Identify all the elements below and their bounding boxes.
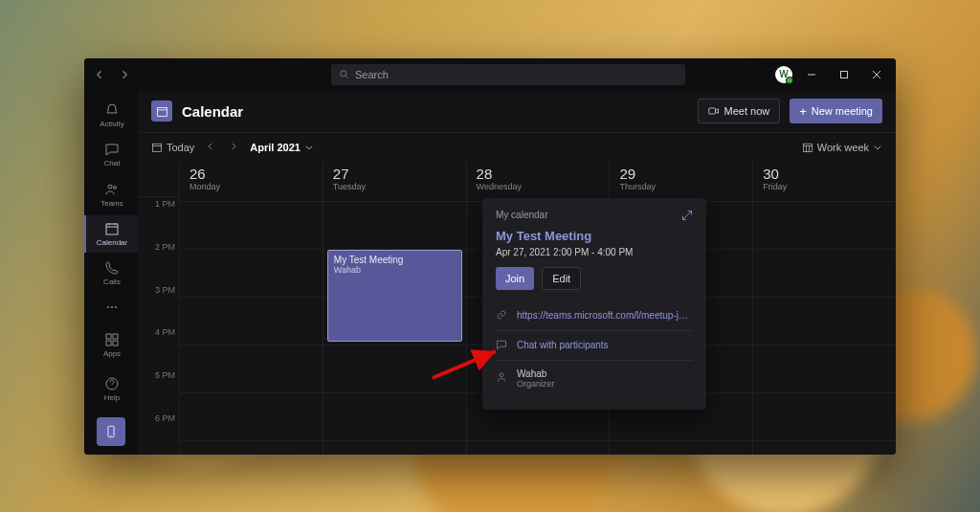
close-button[interactable]	[863, 61, 890, 88]
person-icon	[496, 371, 509, 385]
popover-title: My Test Meeting	[496, 229, 693, 243]
apps-icon	[104, 332, 120, 347]
day-column[interactable]: My Test Meeting Wahab	[323, 202, 467, 455]
rail-label: Apps	[103, 349, 121, 358]
hour-label: 6 PM	[138, 412, 179, 455]
day-header[interactable]: 28Wednesday	[467, 162, 611, 201]
chat-icon	[104, 142, 120, 157]
edit-button[interactable]: Edit	[542, 267, 581, 290]
popover-source: My calendar	[496, 210, 547, 220]
view-label: Work week	[817, 142, 869, 153]
day-header[interactable]: 29Thursday	[610, 162, 753, 201]
back-button[interactable]	[90, 65, 109, 84]
day-column[interactable]	[753, 202, 896, 455]
video-icon	[708, 105, 720, 117]
maximize-button[interactable]	[831, 61, 858, 88]
teams-icon	[104, 182, 120, 197]
phone-icon	[104, 425, 118, 438]
page-title: Calendar	[182, 103, 243, 120]
chevron-down-icon	[304, 143, 314, 152]
svg-rect-10	[106, 341, 111, 345]
rail-label: Help	[104, 393, 120, 402]
day-header[interactable]: 30Friday	[753, 162, 896, 201]
rail-item-more[interactable]	[84, 295, 138, 321]
hour-label: 5 PM	[138, 368, 179, 412]
organizer-name: Wahab	[517, 368, 546, 379]
rail-label: Calls	[103, 278, 121, 286]
month-picker[interactable]: April 2021	[250, 142, 314, 153]
rail-item-activity[interactable]: Activity	[84, 97, 138, 134]
day-headers: 26Monday 27Tuesday 28Wednesday 29Thursda…	[180, 162, 896, 202]
meeting-link-text: https://teams.microsoft.com/l/meetup-joi…	[517, 310, 693, 321]
hour-label: 4 PM	[138, 325, 179, 368]
rail-item-chat[interactable]: Chat	[84, 136, 138, 173]
day-header[interactable]: 27Tuesday	[323, 162, 467, 201]
forward-button[interactable]	[115, 65, 134, 84]
expand-icon	[681, 210, 693, 221]
hour-label: 1 PM	[138, 197, 179, 240]
mobile-button[interactable]	[97, 417, 125, 446]
calendar-icon	[104, 221, 120, 236]
rail-item-apps[interactable]: Apps	[84, 323, 138, 366]
rail-item-help[interactable]: Help	[84, 367, 138, 410]
view-picker[interactable]: Work week	[802, 142, 882, 153]
plus-icon: +	[799, 105, 807, 118]
svg-rect-16	[708, 108, 715, 114]
rail-item-teams[interactable]: Teams	[84, 175, 138, 212]
join-button[interactable]: Join	[496, 267, 534, 290]
meeting-link-row[interactable]: https://teams.microsoft.com/l/meetup-joi…	[496, 301, 693, 330]
profile-avatar[interactable]: W	[775, 66, 792, 83]
search-input[interactable]: Search	[331, 64, 685, 85]
calendar-grid: 1 PM 2 PM 3 PM 4 PM 5 PM 6 PM 26Monday 2…	[138, 162, 896, 455]
day-column[interactable]	[180, 202, 323, 455]
titlebar: Search W	[84, 58, 896, 91]
search-icon	[339, 69, 349, 79]
popover-time: Apr 27, 2021 2:00 PM - 4:00 PM	[496, 247, 693, 257]
help-icon	[104, 376, 120, 391]
svg-rect-17	[153, 144, 162, 151]
svg-point-6	[111, 306, 113, 308]
calendar-slots: My Test Meeting Wahab	[180, 202, 896, 455]
today-label: Today	[167, 142, 194, 153]
today-icon	[151, 142, 163, 153]
svg-rect-8	[106, 334, 111, 339]
activity-icon	[104, 102, 120, 118]
svg-rect-1	[841, 71, 848, 78]
new-meeting-button[interactable]: + New meeting	[790, 99, 882, 123]
svg-rect-11	[113, 341, 118, 345]
svg-point-19	[500, 373, 503, 377]
event-title: My Test Meeting	[334, 255, 456, 265]
svg-point-2	[108, 185, 112, 189]
new-meeting-label: New meeting	[812, 105, 873, 117]
prev-week-button[interactable]	[204, 142, 217, 153]
popover-expand-button[interactable]	[681, 210, 693, 223]
next-week-button[interactable]	[227, 142, 240, 153]
rail-item-calendar[interactable]: Calendar	[84, 215, 138, 253]
organizer-row: Wahab Organizer	[496, 360, 693, 396]
day-header[interactable]: 26Monday	[180, 162, 323, 201]
page-header: Calendar Meet now + New meeting	[138, 91, 896, 133]
meet-now-button[interactable]: Meet now	[698, 99, 781, 123]
hour-label: 3 PM	[138, 283, 179, 326]
meet-now-label: Meet now	[724, 105, 770, 117]
app-window: Search W Activity Chat Teams Calendar	[84, 58, 896, 455]
svg-point-5	[107, 306, 109, 308]
month-label: April 2021	[250, 142, 301, 153]
calls-icon	[104, 260, 120, 276]
event-popover: My calendar My Test Meeting Apr 27, 2021…	[482, 198, 706, 410]
calendar-event[interactable]: My Test Meeting Wahab	[327, 250, 462, 342]
svg-point-0	[341, 71, 346, 77]
chat-participants-row[interactable]: Chat with participants	[496, 330, 693, 360]
svg-rect-4	[106, 224, 118, 234]
today-button[interactable]: Today	[151, 142, 194, 153]
rail-item-calls[interactable]: Calls	[84, 255, 138, 292]
chevron-down-icon	[873, 143, 882, 152]
svg-rect-15	[157, 107, 167, 116]
main-content: Calendar Meet now + New meeting Today	[138, 91, 896, 455]
more-icon	[104, 300, 120, 315]
minimize-button[interactable]	[798, 61, 825, 88]
link-icon	[496, 309, 509, 323]
calendar-view-icon	[802, 142, 813, 153]
rail-label: Activity	[100, 120, 123, 128]
hour-label: 2 PM	[138, 240, 179, 283]
